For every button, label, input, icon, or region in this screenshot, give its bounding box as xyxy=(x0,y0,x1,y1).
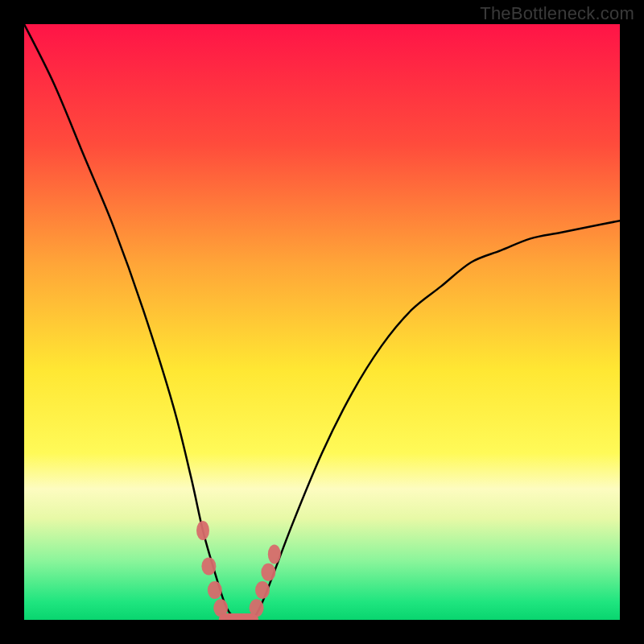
svg-point-12 xyxy=(255,581,270,599)
chart-frame: TheBottleneck.com xyxy=(0,0,644,644)
svg-point-4 xyxy=(208,581,222,599)
svg-point-3 xyxy=(201,557,216,575)
svg-point-11 xyxy=(250,599,264,617)
svg-point-13 xyxy=(261,564,275,581)
svg-point-2 xyxy=(196,521,209,540)
trough-markers xyxy=(196,521,281,620)
watermark-text: TheBottleneck.com xyxy=(480,3,634,24)
plot-area xyxy=(24,24,620,620)
svg-point-14 xyxy=(268,545,281,564)
curve-layer xyxy=(24,24,620,620)
bottleneck-curve xyxy=(24,24,620,620)
